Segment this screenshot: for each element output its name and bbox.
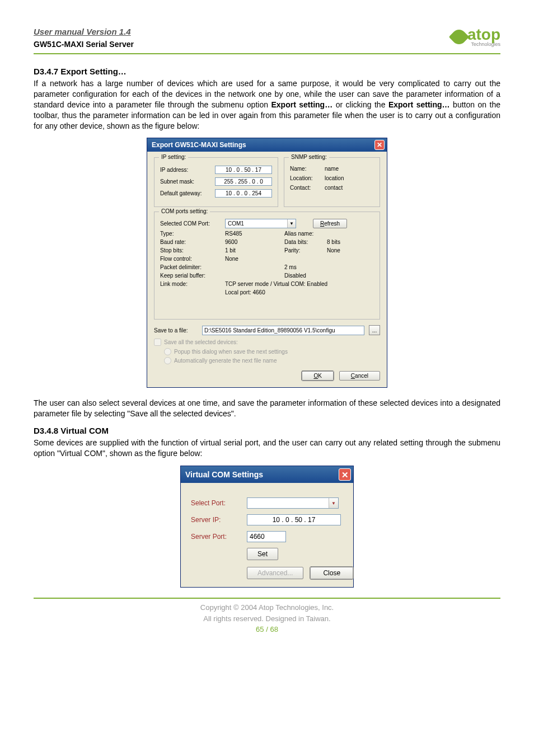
snmp-setting-group: SNMP setting: Name: name Location: locat…	[284, 157, 380, 207]
gateway-field[interactable]: 10 . 0 . 0 . 254	[215, 189, 272, 198]
p1b: or clicking the	[332, 100, 388, 109]
copyright: Copyright © 2004 Atop Technologies, Inc.	[34, 602, 500, 613]
close-icon[interactable]: ✕	[374, 140, 385, 150]
flow-value: None	[225, 256, 281, 262]
manual-title: User manual Version 1.4	[34, 27, 452, 36]
export-dialog-container: Export GW51C-MAXI Settings ✕ IP setting:…	[34, 138, 500, 388]
auto-radio-row[interactable]: Automatically generate the next file nam…	[164, 357, 380, 364]
keep-value: Disabled	[284, 273, 306, 279]
footer-divider	[34, 598, 500, 599]
vcom-dialog: Virtual COM Settings ✕ Select Port: ▼ Se…	[180, 466, 354, 588]
save-label: Save to a file:	[154, 327, 198, 334]
between-paragraph: The user can also select several devices…	[34, 398, 500, 419]
logo-text-block: atop Technologies	[467, 27, 500, 47]
top-row: IP setting: IP address: 10 . 0 . 50 . 17…	[154, 157, 380, 212]
server-ip-label: Server IP:	[191, 516, 241, 524]
gateway-label: Default gateway:	[160, 190, 212, 196]
databits-value: 8 bits	[327, 239, 340, 245]
close-icon[interactable]: ✕	[339, 468, 351, 481]
chevron-down-icon[interactable]: ▼	[287, 219, 296, 228]
p1bold2: Export setting…	[388, 100, 450, 109]
alias-label: Alias name:	[284, 231, 324, 237]
snmp-legend: SNMP setting:	[289, 154, 329, 160]
page-header: User manual Version 1.4 GW51C-MAXI Seria…	[34, 27, 500, 49]
save-all-row[interactable]: Save all the selected devices:	[154, 339, 380, 346]
select-port-combo[interactable]: ▼	[247, 497, 339, 509]
save-row: Save to a file: ...	[154, 325, 380, 335]
browse-button[interactable]: ...	[369, 325, 380, 335]
link-value: TCP server mode / Virtual COM: Enabled	[225, 281, 327, 287]
refresh-button[interactable]: Refresh	[313, 219, 347, 228]
save-path-field[interactable]	[202, 326, 364, 335]
export-buttons: OK Cancel	[154, 371, 380, 381]
flow-label: Flow control:	[160, 256, 222, 262]
close-button[interactable]: Close	[310, 567, 353, 579]
cancel-button[interactable]: Cancel	[339, 371, 380, 381]
export-dialog: Export GW51C-MAXI Settings ✕ IP setting:…	[147, 138, 387, 388]
sel-com-input[interactable]	[226, 220, 287, 227]
link-label: Link mode:	[160, 281, 222, 287]
snmp-contact-label: Contact:	[290, 185, 321, 191]
stopbits-label: Stop bits:	[160, 247, 222, 253]
type-label: Type:	[160, 231, 222, 237]
server-port-field[interactable]	[247, 531, 286, 542]
footer: Copyright © 2004 Atop Technologies, Inc.…	[34, 602, 500, 624]
snmp-contact-value: contact	[325, 185, 343, 191]
auto-radio-label: Automatically generate the next file nam…	[174, 358, 277, 364]
section-heading-vcom: D3.4.8 Virtual COM	[34, 426, 500, 435]
logo: atop Technologies	[452, 27, 500, 47]
logo-subtext: Technologies	[467, 41, 500, 47]
sel-com-combo[interactable]: ▼	[225, 219, 296, 228]
stopbits-value: 1 bit	[225, 247, 281, 253]
save-all-checkbox[interactable]	[154, 339, 161, 346]
rights: All rights reserved. Designed in Taiwan.	[34, 613, 500, 624]
baud-value: 9600	[225, 239, 281, 245]
pkt-label: Packet delimiter:	[160, 264, 222, 270]
com-legend: COM ports setting:	[159, 208, 210, 214]
ip-legend: IP setting:	[159, 154, 188, 160]
vcom-dialog-container: Virtual COM Settings ✕ Select Port: ▼ Se…	[34, 466, 500, 588]
server-ip-field[interactable]: 10 . 0 . 50 . 17	[247, 514, 341, 525]
export-title: Export GW51C-MAXI Settings	[152, 141, 246, 149]
advanced-button[interactable]: Advanced...	[247, 567, 303, 579]
auto-radio[interactable]	[164, 357, 171, 364]
section-heading-export: D3.4.7 Export Setting…	[34, 67, 500, 76]
chevron-down-icon[interactable]: ▼	[329, 498, 338, 508]
snmp-loc-value: location	[325, 175, 344, 181]
com-ports-group: COM ports setting: Selected COM Port: ▼ …	[154, 212, 380, 320]
export-body: IP setting: IP address: 10 . 0 . 50 . 17…	[147, 152, 387, 387]
export-titlebar[interactable]: Export GW51C-MAXI Settings ✕	[147, 138, 387, 152]
logo-text: atop	[467, 26, 500, 43]
parity-label: Parity:	[284, 247, 324, 253]
vcom-body: Select Port: ▼ Server IP: 10 . 0 . 50 . …	[181, 483, 353, 587]
select-port-input[interactable]	[247, 499, 329, 507]
ip-address-label: IP address:	[160, 167, 212, 173]
vcom-titlebar[interactable]: Virtual COM Settings ✕	[181, 466, 353, 483]
keep-label: Keep serial buffer:	[160, 273, 222, 279]
ip-setting-group: IP setting: IP address: 10 . 0 . 50 . 17…	[154, 157, 278, 207]
subnet-label: Subnet mask:	[160, 179, 212, 185]
vcom-title: Virtual COM Settings	[185, 470, 263, 479]
snmp-name-value: name	[325, 166, 339, 172]
subnet-field[interactable]: 255 . 255 . 0 . 0	[215, 177, 272, 186]
localport-value: Local port: 4660	[225, 289, 265, 295]
set-button[interactable]: Set	[247, 548, 278, 560]
ok-button[interactable]: OK	[302, 371, 333, 381]
vcom-paragraph: Some devices are supplied with the funct…	[34, 438, 500, 459]
popup-radio-row[interactable]: Popup this dialog when save the next set…	[164, 348, 380, 355]
popup-radio[interactable]	[164, 348, 171, 355]
select-port-label: Select Port:	[191, 499, 241, 507]
parity-value: None	[327, 247, 340, 253]
popup-radio-label: Popup this dialog when save the next set…	[174, 349, 288, 355]
logo-leaf-icon	[449, 27, 470, 48]
ip-address-field[interactable]: 10 . 0 . 50 . 17	[215, 166, 272, 174]
header-divider	[34, 53, 500, 54]
save-all-label: Save all the selected devices:	[164, 339, 238, 345]
sel-com-label: Selected COM Port:	[160, 220, 222, 227]
snmp-name-label: Name:	[290, 166, 321, 172]
databits-label: Data bits:	[284, 239, 324, 245]
product-title: GW51C-MAXI Serial Server	[34, 40, 452, 49]
baud-label: Baud rate:	[160, 239, 222, 245]
export-paragraph: If a network has a large number of devic…	[34, 78, 500, 131]
snmp-loc-label: Location:	[290, 175, 321, 181]
